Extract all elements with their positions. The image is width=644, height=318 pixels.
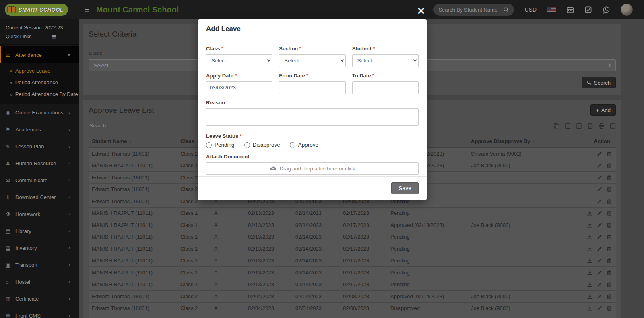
disapprove-radio[interactable] [244, 142, 250, 148]
edit-icon[interactable] [597, 246, 602, 251]
leave-status-option-pending[interactable]: Pending [206, 142, 235, 148]
sidebar-item-human-resource[interactable]: ♟Human Resource‹ [0, 155, 79, 172]
edit-icon[interactable] [597, 294, 602, 299]
download-icon[interactable] [587, 282, 592, 287]
copy-export-icon[interactable] [553, 123, 559, 129]
to-date-input[interactable] [352, 81, 419, 94]
delete-icon[interactable] [607, 246, 612, 251]
print-export-icon[interactable] [599, 123, 605, 129]
sidebar-item-download-center[interactable]: ⇩Download Center‹ [0, 189, 79, 206]
reason-textarea[interactable] [206, 108, 419, 126]
svg-text:x: x [567, 125, 569, 128]
chevron-left-icon: ‹ [68, 195, 70, 200]
sidebar-item-certificate[interactable]: ▥Certificate‹ [0, 290, 79, 307]
delete-icon[interactable] [607, 163, 612, 168]
download-icon[interactable] [587, 210, 592, 216]
leave-status-option-approve[interactable]: Approve [290, 142, 318, 148]
student-label: Student * [352, 46, 419, 52]
cell-actions [570, 220, 616, 231]
cell-section: A [213, 243, 246, 255]
search-icon[interactable] [503, 7, 509, 13]
criteria-search-button[interactable]: Search [582, 77, 616, 88]
quick-links-grid-icon[interactable]: ▦ [52, 32, 56, 41]
file-dropzone[interactable]: Drag and drop a file here or click [206, 162, 419, 175]
sidebar-item-academics[interactable]: ⚑Academics‹ [0, 121, 79, 138]
edit-icon[interactable] [597, 222, 602, 228]
sidebar-item-front-cms[interactable]: ☸Front CMS‹ [0, 307, 79, 318]
table-search-input[interactable] [89, 121, 157, 130]
edit-icon[interactable] [597, 270, 602, 275]
edit-icon[interactable] [597, 151, 602, 156]
currency-selector[interactable]: USD [524, 6, 537, 13]
student-select[interactable]: Select [352, 54, 419, 67]
delete-icon[interactable] [607, 258, 612, 263]
whatsapp-icon[interactable] [603, 6, 610, 14]
download-icon[interactable] [587, 258, 592, 263]
close-icon[interactable]: ✕ [417, 6, 425, 16]
edit-icon[interactable] [597, 258, 602, 263]
leave-status-option-disapprove[interactable]: Disapprove [244, 142, 280, 148]
edit-icon[interactable] [597, 210, 602, 216]
edit-icon[interactable] [597, 199, 602, 204]
student-search-input[interactable] [438, 7, 501, 13]
column-header-approve-disapprove-by[interactable]: Approve Disapprove By▼ [469, 135, 570, 147]
download-icon[interactable] [587, 270, 592, 275]
delete-icon[interactable] [607, 151, 612, 156]
section-select[interactable]: Select [279, 54, 345, 67]
download-icon[interactable] [587, 234, 592, 239]
app-logo[interactable]: SMART SCHOOL [0, 0, 79, 19]
language-flag-icon[interactable] [547, 7, 556, 12]
approve-radio[interactable] [290, 142, 295, 148]
delete-icon[interactable] [607, 282, 612, 287]
delete-icon[interactable] [607, 187, 612, 192]
download-icon[interactable] [587, 246, 592, 251]
from-date-input[interactable] [279, 81, 345, 94]
todo-check-icon[interactable] [584, 6, 592, 14]
add-leave-button[interactable]: +Add [590, 104, 616, 116]
sidebar-item-communicate[interactable]: ✉Communicate‹ [0, 172, 79, 189]
delete-icon[interactable] [607, 234, 612, 239]
sidebar-item-homework[interactable]: ⚗Homework‹ [0, 206, 79, 222]
edit-icon[interactable] [597, 282, 602, 287]
delete-icon[interactable] [607, 175, 612, 180]
edit-icon[interactable] [597, 163, 602, 168]
pdf-export-icon[interactable]: A [587, 123, 593, 129]
class-select[interactable]: Select [206, 54, 272, 67]
csv-export-icon[interactable] [576, 123, 582, 129]
delete-icon[interactable] [607, 270, 612, 275]
column-header-student-name[interactable]: Student Name▼ [89, 135, 179, 147]
save-button[interactable]: Save [391, 182, 419, 194]
download-icon[interactable] [587, 222, 592, 228]
sidebar-item-inventory[interactable]: ▦Inventory‹ [0, 239, 79, 256]
sidebar-item-online-examinations[interactable]: ◉Online Examinations‹ [0, 104, 79, 121]
student-search[interactable] [433, 4, 514, 16]
delete-icon[interactable] [607, 294, 612, 299]
submenu-item-period-attendance-by-date[interactable]: »Period Attendance By Date [0, 88, 79, 100]
edit-icon[interactable] [597, 306, 602, 311]
delete-icon[interactable] [607, 210, 612, 216]
delete-icon[interactable] [607, 199, 612, 204]
sidebar-item-transport[interactable]: ▣Transport‹ [0, 256, 79, 273]
sidebar-item-attendance[interactable]: ☑Attendance▾ [0, 46, 79, 63]
sidebar-item-lesson-plan[interactable]: ✎Lesson Plan‹ [0, 138, 79, 155]
delete-icon[interactable] [607, 306, 612, 311]
cell-from_date: 02/04/2023 [294, 302, 341, 314]
quick-links[interactable]: Quick Links ▦ [6, 32, 73, 41]
apply-date-input[interactable] [206, 81, 272, 94]
user-avatar[interactable] [621, 4, 633, 16]
pending-radio[interactable] [206, 142, 212, 148]
sidebar-toggle-icon[interactable]: ≡ [85, 5, 90, 14]
edit-icon[interactable] [597, 175, 602, 180]
excel-export-icon[interactable]: x [565, 123, 571, 129]
download-icon[interactable] [587, 306, 592, 311]
edit-icon[interactable] [597, 234, 602, 239]
sidebar-item-library[interactable]: ▤Library‹ [0, 222, 79, 239]
sidebar-item-hostel[interactable]: ⌂Hostel‹ [0, 273, 79, 290]
edit-icon[interactable] [597, 187, 602, 192]
download-icon[interactable] [587, 294, 592, 299]
submenu-item-approve-leave[interactable]: »Approve Leave [0, 65, 79, 77]
delete-icon[interactable] [607, 222, 612, 228]
columns-export-icon[interactable] [610, 123, 616, 129]
calendar-icon[interactable] [566, 6, 574, 14]
submenu-item-period-attendance[interactable]: »Period Attendance [0, 77, 79, 88]
